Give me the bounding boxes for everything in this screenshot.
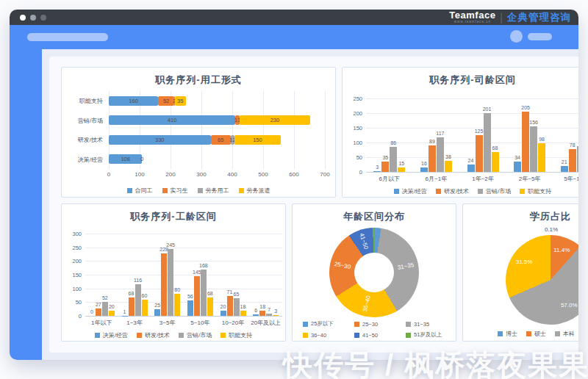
chart-card-working-years: 职务序列-工龄区间 0501001502002503001年以下02752201… bbox=[61, 203, 286, 342]
bar-value-label: 65 bbox=[229, 292, 245, 297]
x-axis-tick: 700 bbox=[314, 171, 335, 178]
slice-label: 0.1% bbox=[539, 226, 564, 233]
legend-item: 博士 bbox=[498, 330, 517, 338]
brand-logo-text: Teamface bbox=[449, 10, 495, 20]
legend-item: 职能支持 bbox=[220, 331, 252, 339]
x-axis-tick: 600 bbox=[283, 171, 305, 178]
legend-label: 31~35 bbox=[414, 321, 429, 328]
bar-研发/技术 bbox=[476, 135, 483, 172]
bar-职能支持 bbox=[492, 152, 499, 172]
gridline-horizontal bbox=[85, 261, 282, 261]
营销/市场-legend-swatch bbox=[478, 189, 483, 194]
y-axis-tick: 200 bbox=[62, 258, 82, 264]
y-axis-tick: 200 bbox=[343, 110, 362, 117]
bar-value-label: 68 bbox=[487, 145, 503, 151]
bar-决策/经营 bbox=[253, 314, 259, 316]
bar-营销/市场 bbox=[266, 314, 272, 316]
bar-营销/市场 bbox=[577, 146, 578, 172]
legend-label: 实习生 bbox=[171, 187, 188, 195]
slice-label: 31.5% bbox=[511, 259, 537, 265]
legend-item: 25岁以下 bbox=[297, 320, 348, 328]
legend-item: 研发/技术 bbox=[436, 187, 469, 195]
chart-legend: 决策/经营研发/技术营销/市场职能支持 bbox=[62, 331, 285, 339]
bar-value-label: 410 bbox=[162, 117, 182, 123]
bar-value-label: 201 bbox=[479, 107, 495, 112]
bar-职能支持 bbox=[207, 297, 213, 316]
bar-value-label: 168 bbox=[196, 263, 212, 268]
legend-item: 劳务派遣 bbox=[239, 187, 270, 195]
window-zoom-button[interactable] bbox=[40, 15, 46, 21]
legend-label: 合同工 bbox=[135, 187, 153, 195]
y-axis-tick: 0 bbox=[62, 313, 82, 320]
chart-title-employment-form: 职务序列-用工形式 bbox=[62, 73, 335, 87]
劳务用工-legend-swatch bbox=[198, 188, 203, 193]
menu-pill[interactable] bbox=[528, 33, 552, 40]
legend-item: 25~30 bbox=[348, 320, 400, 328]
chart-card-company-tenure: 职务序列-司龄区间 0501001502002506月以下33586156月~1… bbox=[342, 67, 578, 198]
41~50-legend-swatch bbox=[354, 333, 359, 338]
bar-决策/经营 bbox=[561, 166, 568, 172]
bar-决策/经营 bbox=[514, 162, 521, 172]
chart-card-education-ratio: 学历占比 0.1%11.4%57.0%31.5%博士硕士本科大专 bbox=[462, 203, 578, 342]
bar-职能支持 bbox=[174, 294, 180, 316]
bar-职能支持 bbox=[445, 161, 452, 172]
legend-item: 实习生 bbox=[162, 187, 188, 195]
slice-label: 11.4% bbox=[548, 247, 575, 253]
25~30-legend-swatch bbox=[354, 322, 359, 327]
legend-label: 41~50 bbox=[362, 332, 378, 339]
bar-职能支持 bbox=[142, 300, 148, 316]
window-titlebar: Teamface www.teamface.cn | 企典管理咨询 bbox=[10, 10, 578, 25]
window-close-button[interactable] bbox=[20, 15, 26, 21]
legend-item: 决策/经营 bbox=[95, 331, 128, 339]
toolbar-right-group bbox=[510, 30, 552, 43]
legend-label: 25~30 bbox=[362, 321, 378, 328]
硕士-legend-swatch bbox=[526, 331, 531, 336]
y-axis-tick: 50 bbox=[343, 154, 362, 161]
bar-营销/市场 bbox=[390, 147, 397, 172]
x-axis-tick: 500 bbox=[252, 171, 274, 178]
brand-logo: Teamface www.teamface.cn bbox=[449, 10, 495, 24]
category-label: 1年以下 bbox=[85, 319, 118, 327]
实习生-legend-swatch bbox=[162, 188, 168, 193]
bar-value-label: 117 bbox=[432, 131, 448, 136]
page-background: Teamface www.teamface.cn | 企典管理咨询 职 bbox=[0, 0, 588, 379]
51岁及以上-legend-swatch bbox=[406, 333, 411, 338]
legend-item: 营销/市场 bbox=[478, 187, 511, 195]
category-label: 20年及以上 bbox=[249, 319, 282, 327]
职能支持-legend-swatch bbox=[220, 333, 226, 338]
category-label: 1年~2年 bbox=[459, 175, 506, 183]
address-bar[interactable] bbox=[27, 33, 108, 41]
bar-value-label: 245 bbox=[162, 242, 179, 248]
chart-legend: 决策/经营研发/技术营销/市场职能支持 bbox=[343, 187, 578, 195]
legend-label: 营销/市场 bbox=[187, 331, 212, 339]
bar-研发/技术 bbox=[96, 308, 101, 316]
决策/经营-legend-swatch bbox=[394, 189, 399, 194]
y-axis-tick: 150 bbox=[62, 272, 82, 278]
chart-title-age-distribution: 年龄区间分布 bbox=[293, 209, 456, 224]
bar-value-label: 20 bbox=[104, 304, 120, 309]
bar-value-label: 68 bbox=[202, 291, 218, 296]
avatar-circle[interactable] bbox=[510, 30, 523, 43]
y-axis-tick: 300 bbox=[62, 231, 82, 237]
gridline-horizontal bbox=[366, 172, 578, 173]
legend-item: 31~35 bbox=[400, 320, 451, 328]
category-label: 营销/市场 bbox=[62, 117, 103, 125]
category-label: 决策/经营 bbox=[62, 156, 103, 164]
bar-value-label: 205 bbox=[517, 105, 534, 110]
博士-legend-swatch bbox=[498, 331, 503, 336]
x-axis-tick: 200 bbox=[159, 171, 182, 178]
legend-label: 硕士 bbox=[534, 330, 546, 338]
legend-label: 博士 bbox=[506, 330, 517, 338]
bar-职能支持 bbox=[240, 311, 246, 316]
y-axis-tick: 250 bbox=[62, 245, 82, 251]
chart-legend: 合同工实习生劳务用工劳务派遣 bbox=[62, 187, 335, 195]
gridline-horizontal bbox=[366, 98, 578, 99]
legend-item: 职能支持 bbox=[520, 187, 551, 195]
bar-value-label: 116 bbox=[130, 278, 146, 283]
bar-职能支持 bbox=[398, 167, 405, 172]
window-minimize-button[interactable] bbox=[30, 15, 36, 21]
category-label: 5年~10年 bbox=[553, 175, 578, 183]
25岁以下-legend-swatch bbox=[303, 322, 308, 327]
bar-决策/经营 bbox=[220, 311, 226, 316]
bar-value-label: 160 bbox=[124, 98, 143, 104]
